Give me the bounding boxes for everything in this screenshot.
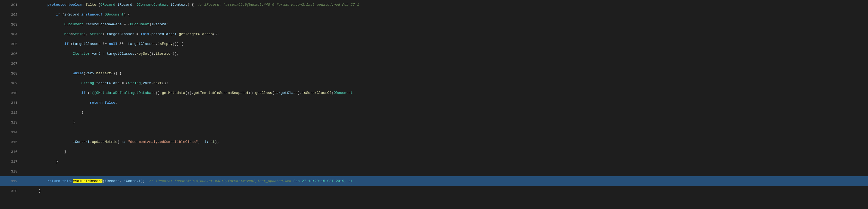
line-number-304: 304 xyxy=(0,32,22,36)
code-content-320: } xyxy=(28,186,868,196)
code-content-313: } xyxy=(28,117,868,127)
line-number-317: 317 xyxy=(0,160,22,164)
code-line-311: 311 return false; xyxy=(0,98,868,108)
code-content-316: } xyxy=(28,147,868,157)
code-line-315: 315 iContext.updateMetric( s: "documentA… xyxy=(0,137,868,147)
code-line-305: 305 if (targetClasses != null && !target… xyxy=(0,39,868,49)
code-content-305: if (targetClasses != null && !targetClas… xyxy=(28,39,868,49)
code-line-312: 312 } xyxy=(0,108,868,117)
code-line-307: 307 xyxy=(0,59,868,69)
code-line-303: 303 ODocument recordSchemaAware = (ODocu… xyxy=(0,20,868,29)
code-content-312: } xyxy=(28,108,868,117)
code-line-320: 320 } xyxy=(0,186,868,196)
code-content-314 xyxy=(28,127,868,137)
line-number-320: 320 xyxy=(0,189,22,193)
code-line-301: 301 protected boolean filter(ORecord iRe… xyxy=(0,0,868,10)
code-content-317: } xyxy=(28,157,868,166)
code-line-313: 313 } xyxy=(0,117,868,127)
code-lines: 301 protected boolean filter(ORecord iRe… xyxy=(0,0,868,196)
line-number-310: 310 xyxy=(0,91,22,95)
code-line-316: 316 } xyxy=(0,147,868,157)
code-content-310: if (!((OMetadataDefault)getDatabase().ge… xyxy=(28,88,868,98)
code-content-301: protected boolean filter(ORecord iRecord… xyxy=(28,0,868,10)
code-line-314: 314 xyxy=(0,127,868,137)
code-line-318: 318 xyxy=(0,166,868,176)
code-content-315: iContext.updateMetric( s: "documentAnaly… xyxy=(28,137,868,147)
code-content-304: Map<String, String> targetClasses = this… xyxy=(28,29,868,39)
line-number-311: 311 xyxy=(0,101,22,105)
code-line-309: 309 String targetClass = (String)var5.ne… xyxy=(0,78,868,88)
line-number-309: 309 xyxy=(0,81,22,85)
code-content-306: Iterator var5 = targetClasses.keySet().i… xyxy=(28,49,868,59)
code-line-308: 308 while(var5.hasNext()) { xyxy=(0,69,868,78)
line-number-315: 315 xyxy=(0,140,22,144)
code-content-307 xyxy=(28,59,868,69)
line-number-301: 301 xyxy=(0,3,22,7)
line-number-302: 302 xyxy=(0,13,22,17)
code-content-318 xyxy=(28,166,868,176)
line-number-316: 316 xyxy=(0,150,22,154)
line-number-318: 318 xyxy=(0,169,22,174)
line-number-306: 306 xyxy=(0,52,22,56)
line-number-305: 305 xyxy=(0,42,22,46)
line-number-313: 313 xyxy=(0,121,22,125)
code-line-304: 304 Map<String, String> targetClasses = … xyxy=(0,29,868,39)
code-content-308: while(var5.hasNext()) { xyxy=(28,69,868,78)
code-content-309: String targetClass = (String)var5.next()… xyxy=(28,78,868,88)
code-editor: 301 protected boolean filter(ORecord iRe… xyxy=(0,0,868,209)
line-number-308: 308 xyxy=(0,72,22,76)
code-content-302: if (iRecord instanceof ODocument) { xyxy=(28,10,868,20)
line-number-303: 303 xyxy=(0,23,22,27)
code-line-306: 306 Iterator var5 = targetClasses.keySet… xyxy=(0,49,868,59)
code-line-310: 310 if (!((OMetadataDefault)getDatabase(… xyxy=(0,88,868,98)
line-number-312: 312 xyxy=(0,111,22,115)
code-content-303: ODocument recordSchemaAware = (ODocument… xyxy=(28,20,868,29)
code-content-311: return false; xyxy=(28,98,868,108)
line-number-307: 307 xyxy=(0,62,22,66)
code-line-319: 319 return this.evaluateRecord(iRecord, … xyxy=(0,176,868,186)
code-content-319: return this.evaluateRecord(iRecord, iCon… xyxy=(28,176,868,186)
code-line-317: 317 } xyxy=(0,157,868,166)
line-number-314: 314 xyxy=(0,130,22,134)
code-line-302: 302 if (iRecord instanceof ODocument) { xyxy=(0,10,868,20)
line-number-319: 319 xyxy=(0,179,22,183)
